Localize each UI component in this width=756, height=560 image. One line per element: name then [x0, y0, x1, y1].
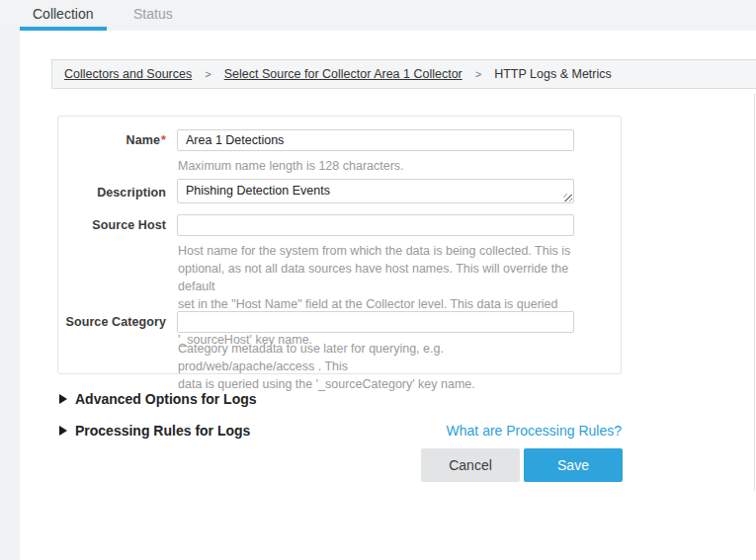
left-gutter: [0, 31, 20, 560]
tab-status[interactable]: Status: [133, 6, 173, 22]
breadcrumb-select-source[interactable]: Select Source for Collector Area 1 Colle…: [224, 67, 462, 81]
description-textarea[interactable]: Phishing Detection Events: [177, 179, 574, 203]
processing-rules-section-toggle[interactable]: Processing Rules for Logs: [75, 423, 250, 439]
name-input[interactable]: [177, 129, 574, 151]
description-label: Description: [57, 186, 166, 200]
collapsed-arrow-icon[interactable]: [59, 394, 67, 404]
content-right-border: [754, 94, 755, 491]
advanced-options-section-toggle[interactable]: Advanced Options for Logs: [75, 391, 257, 407]
breadcrumb-separator: >: [475, 68, 481, 80]
source-category-help-line: Category metadata to use later for query…: [178, 340, 577, 375]
source-host-help-line: optional, as not all data sources have h…: [178, 260, 577, 295]
breadcrumb: Collectors and Sources > Select Source f…: [51, 59, 756, 89]
tab-bar: Collection Status: [0, 0, 756, 31]
source-host-help-line: Host name for the system from which the …: [178, 242, 577, 260]
name-label-text: Name: [126, 133, 160, 147]
active-tab-underline: [20, 27, 107, 31]
breadcrumb-separator: >: [205, 68, 210, 80]
cancel-button[interactable]: Cancel: [421, 448, 520, 482]
breadcrumb-current-page: HTTP Logs & Metrics: [494, 67, 612, 81]
source-category-label: Source Category: [57, 315, 166, 329]
source-category-help-text: Category metadata to use later for query…: [178, 340, 577, 393]
name-help-text: Maximum name length is 128 characters.: [178, 157, 577, 175]
source-host-input[interactable]: [177, 214, 574, 236]
collapsed-arrow-icon[interactable]: [59, 426, 67, 436]
source-config-page: { "tabs": { "collection": "Collection", …: [0, 0, 756, 560]
breadcrumb-collectors-and-sources[interactable]: Collectors and Sources: [64, 67, 192, 81]
name-label: Name*: [57, 133, 166, 147]
source-host-label: Source Host: [57, 218, 166, 232]
source-category-input[interactable]: [177, 311, 574, 333]
what-are-processing-rules-link[interactable]: What are Processing Rules?: [447, 423, 622, 439]
save-button[interactable]: Save: [524, 448, 623, 482]
tab-collection[interactable]: Collection: [33, 6, 93, 22]
required-asterisk: *: [161, 133, 166, 147]
